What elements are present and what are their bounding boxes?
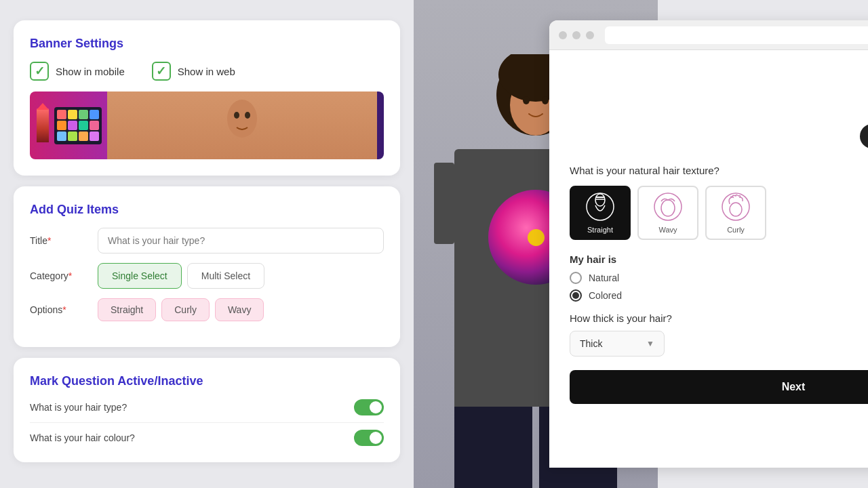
- toggle-row-2: What is your hair colour?: [30, 430, 384, 446]
- category-row: Category* Single Select Multi Select: [30, 263, 384, 289]
- face-decoration: [107, 92, 377, 159]
- divider: [30, 422, 384, 423]
- radio-group: Natural Colored: [570, 272, 868, 302]
- mark-question-title: Mark Question Active/Inactive: [30, 374, 384, 388]
- step-1[interactable]: 1: [860, 124, 868, 148]
- radio-natural[interactable]: Natural: [570, 272, 868, 284]
- option-curly[interactable]: Curly: [161, 298, 210, 321]
- banner-image-inner: [30, 92, 384, 159]
- banner-checkboxes: ✓ Show in mobile ✓ Show in web: [30, 62, 384, 81]
- radio-colored[interactable]: Colored: [570, 289, 868, 302]
- web-label: Show in web: [178, 66, 235, 77]
- texture-curly[interactable]: Curly: [705, 186, 766, 240]
- browser-bar: [549, 20, 868, 50]
- radio-natural-label: Natural: [589, 272, 619, 283]
- toggle-label-2: What is your hair colour?: [30, 432, 135, 443]
- mobile-label: Show in mobile: [56, 66, 125, 77]
- multi-select-button[interactable]: Multi Select: [187, 263, 264, 289]
- svg-point-7: [542, 96, 549, 104]
- thickness-section: How thick is your hair? Thick ▼: [570, 312, 868, 357]
- thickness-question: How thick is your hair?: [570, 312, 868, 324]
- mark-question-card: Mark Question Active/Inactive What is yo…: [14, 358, 400, 462]
- hair-is-title: My hair is: [570, 253, 868, 265]
- title-input[interactable]: [98, 228, 384, 253]
- texture-curly-label: Curly: [727, 226, 745, 234]
- radio-colored-label: Colored: [589, 290, 622, 301]
- quiz-items-card: Add Quiz Items Title* Category* Single S…: [14, 186, 400, 347]
- flower-center: [528, 229, 545, 246]
- svg-point-1: [234, 112, 239, 119]
- mobile-check-icon[interactable]: ✓: [30, 62, 49, 81]
- texture-section: What is your natural hair texture?: [570, 165, 868, 240]
- svg-point-16: [730, 203, 742, 216]
- svg-point-6: [523, 96, 530, 104]
- title-row: Title*: [30, 228, 384, 253]
- option-straight[interactable]: Straight: [98, 298, 156, 321]
- palette-decoration: [54, 107, 102, 144]
- browser-content: My Concern Let's start with the basics 1…: [549, 50, 868, 468]
- texture-options: Straight Wavy: [570, 186, 868, 240]
- show-mobile-checkbox[interactable]: ✓ Show in mobile: [30, 62, 125, 81]
- toggle-label-1: What is your hair type?: [30, 402, 127, 413]
- svg-point-0: [227, 100, 257, 138]
- show-web-checkbox[interactable]: ✓ Show in web: [152, 62, 235, 81]
- texture-question: What is your natural hair texture?: [570, 165, 868, 176]
- thickness-value: Thick: [580, 338, 602, 349]
- options-chips: Straight Curly Wavy: [98, 298, 264, 321]
- quiz-items-title: Add Quiz Items: [30, 203, 384, 217]
- category-label: Category*: [30, 270, 98, 281]
- texture-wavy[interactable]: Wavy: [637, 186, 698, 240]
- banner-image: [30, 92, 384, 159]
- svg-point-10: [595, 194, 605, 206]
- title-label: Title*: [30, 235, 98, 246]
- toggle-row-1: What is your hair type?: [30, 399, 384, 415]
- left-panel: Banner Settings ✓ Show in mobile ✓ Show …: [0, 0, 414, 488]
- steps-row: 1 2: [570, 124, 868, 148]
- chevron-down-icon: ▼: [646, 339, 654, 348]
- browser-address-bar: [605, 26, 868, 44]
- banner-settings-title: Banner Settings: [30, 37, 384, 51]
- browser-dot-1: [559, 31, 567, 39]
- options-label: Options*: [30, 304, 98, 315]
- browser-dot-3: [586, 31, 594, 39]
- texture-straight-label: Straight: [587, 226, 613, 234]
- single-select-button[interactable]: Single Select: [98, 263, 182, 289]
- web-check-icon[interactable]: ✓: [152, 62, 171, 81]
- option-wavy[interactable]: Wavy: [215, 298, 264, 321]
- radio-natural-circle[interactable]: [570, 272, 582, 284]
- next-button[interactable]: Next: [570, 370, 868, 404]
- left-arm: [434, 163, 454, 244]
- toggle-1[interactable]: [354, 399, 384, 415]
- banner-settings-card: Banner Settings ✓ Show in mobile ✓ Show …: [14, 20, 400, 176]
- texture-wavy-label: Wavy: [658, 226, 677, 234]
- lipstick-decoration: [37, 108, 49, 142]
- thickness-dropdown[interactable]: Thick ▼: [570, 331, 665, 357]
- category-buttons: Single Select Multi Select: [98, 263, 264, 289]
- browser-dot-2: [572, 31, 580, 39]
- svg-point-14: [661, 200, 675, 216]
- radio-colored-circle[interactable]: [570, 289, 582, 302]
- texture-straight[interactable]: Straight: [570, 186, 631, 240]
- browser-overlay: My Concern Let's start with the basics 1…: [549, 20, 868, 468]
- svg-point-2: [245, 112, 250, 119]
- hair-is-section: My hair is Natural Colored: [570, 253, 868, 302]
- right-panel: My Concern Let's start with the basics 1…: [414, 0, 868, 488]
- toggle-2[interactable]: [354, 430, 384, 446]
- options-row: Options* Straight Curly Wavy: [30, 298, 384, 321]
